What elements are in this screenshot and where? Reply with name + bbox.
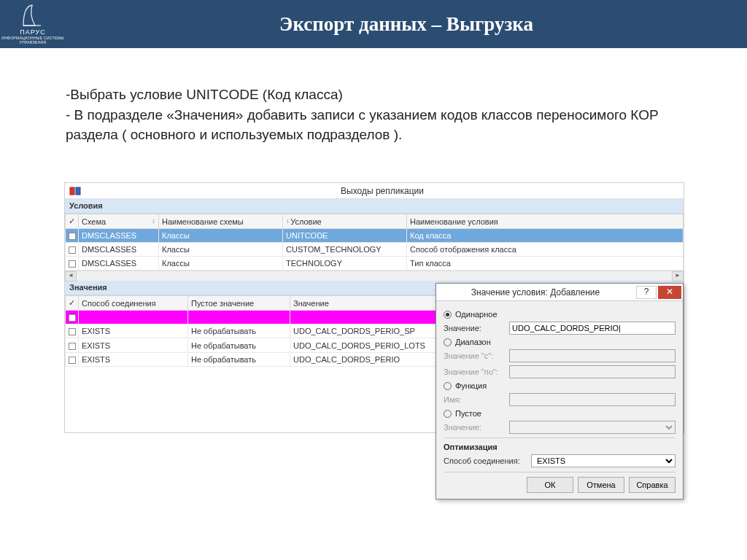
close-icon[interactable]: ✕ — [658, 286, 681, 299]
logo-subtext: ИНФОРМАЦИОННЫЕ СИСТЕМЫ УПРАВЛЕНИЯ — [0, 36, 66, 44]
col-scheme-name[interactable]: Наименование схемы — [159, 214, 283, 229]
radio-range[interactable] — [444, 338, 452, 346]
table-header-row: ✓ Схема↓ Наименование схемы ↓ Условие На… — [66, 214, 684, 229]
svg-rect-0 — [70, 187, 74, 195]
name-input[interactable] — [509, 393, 676, 406]
bullet-1: -Выбрать условие UNITCODE (Код класса) — [66, 85, 681, 105]
radio-empty[interactable] — [444, 410, 452, 418]
empty-value-select[interactable] — [509, 421, 676, 434]
section-header-conditions: Условия — [65, 199, 684, 214]
value-input[interactable] — [509, 322, 676, 335]
col-join[interactable]: Способ соединения — [79, 296, 188, 311]
radio-single-row[interactable]: Одинарное — [444, 310, 676, 319]
slide-header: ПАРУС ИНФОРМАЦИОННЫЕ СИСТЕМЫ УПРАВЛЕНИЯ … — [0, 0, 747, 48]
col-empty[interactable]: Пустое значение — [188, 296, 290, 311]
scroll-left-icon[interactable]: ◄ — [65, 271, 77, 281]
app-titlebar: Выходы репликации — [65, 183, 684, 199]
radio-empty-row[interactable]: Пустое — [444, 409, 676, 418]
name-label: Имя: — [444, 395, 509, 404]
help-button[interactable]: ? — [636, 286, 657, 299]
app-window-title: Выходы репликации — [81, 186, 684, 196]
checkbox[interactable] — [69, 233, 76, 240]
col-check[interactable]: ✓ — [66, 214, 79, 229]
col-check[interactable]: ✓ — [66, 296, 79, 311]
svg-rect-1 — [76, 187, 80, 195]
table-row[interactable]: DMSCLASSESКлассыCUSTOM_TECHNOLOGYСпособ … — [66, 243, 684, 257]
checkbox[interactable] — [69, 328, 76, 335]
checkbox[interactable] — [69, 246, 76, 254]
checkbox[interactable] — [69, 314, 76, 322]
from-label: Значение "с": — [444, 351, 509, 360]
app-icon — [69, 187, 81, 195]
from-input[interactable] — [509, 349, 676, 362]
logo-text: ПАРУС — [20, 28, 46, 36]
to-label: Значение "по": — [444, 368, 509, 376]
ok-button[interactable]: ОК — [527, 477, 573, 493]
join-label: Способ соединения: — [444, 456, 531, 465]
radio-function-row[interactable]: Функция — [444, 381, 676, 390]
radio-function[interactable] — [444, 382, 452, 390]
optimization-heading: Оптимизация — [444, 443, 676, 451]
col-condition[interactable]: ↓ Условие — [283, 214, 407, 229]
bullet-2: - В подразделе «Значения» добавить запис… — [66, 105, 681, 145]
checkbox[interactable] — [69, 357, 76, 364]
value-label: Значение: — [444, 324, 509, 332]
radio-range-row[interactable]: Диапазон — [444, 338, 676, 346]
cancel-button[interactable]: Отмена — [578, 477, 624, 493]
logo-icon — [20, 4, 45, 27]
help-button[interactable]: Справка — [629, 477, 676, 493]
logo: ПАРУС ИНФОРМАЦИОННЫЕ СИСТЕМЫ УПРАВЛЕНИЯ — [0, 0, 66, 48]
h-scrollbar[interactable]: ◄ ► — [65, 271, 684, 281]
checkbox[interactable] — [69, 260, 76, 268]
col-condition-name[interactable]: Наименование условия — [407, 214, 684, 229]
radio-single[interactable] — [444, 311, 452, 319]
table-row[interactable]: DMSCLASSESКлассыUNITCODEКод класса — [66, 229, 684, 243]
join-select[interactable]: EXISTS — [531, 454, 676, 467]
table-row[interactable]: DMSCLASSESКлассыTECHNOLOGYТип класса — [66, 257, 684, 271]
to-input[interactable] — [509, 365, 676, 378]
bullet-text: -Выбрать условие UNITCODE (Код класса) -… — [0, 48, 747, 145]
empty-value-label: Значение: — [444, 423, 509, 432]
page-title: Экспорт данных – Выгрузка — [66, 13, 747, 36]
col-scheme[interactable]: Схема↓ — [79, 214, 159, 229]
conditions-table: ✓ Схема↓ Наименование схемы ↓ Условие На… — [65, 214, 684, 271]
dialog-title: Значение условия: Добавление — [436, 287, 635, 298]
scroll-right-icon[interactable]: ► — [672, 271, 684, 281]
dialog-titlebar[interactable]: Значение условия: Добавление ? ✕ — [436, 284, 683, 301]
dialog-add-condition-value: Значение условия: Добавление ? ✕ Одинарн… — [436, 283, 684, 499]
checkbox[interactable] — [69, 343, 76, 350]
